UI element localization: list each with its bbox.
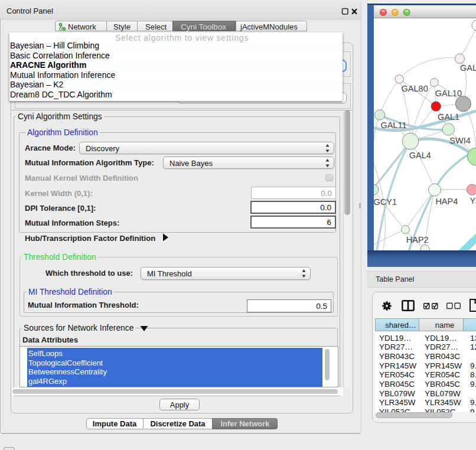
svg-text:GAL11: GAL11 [380,120,406,130]
svg-text:GAL10: GAL10 [435,89,462,98]
svg-text:GAL7: GAL7 [460,63,476,73]
svg-text:GCY1: GCY1 [374,197,397,207]
svg-text:GAL4: GAL4 [409,151,431,160]
svg-text:GAL1: GAL1 [438,112,459,122]
svg-text:YJR: YJR [470,196,476,206]
svg-text:GAL80: GAL80 [402,84,428,93]
svg-text:SWI4: SWI4 [449,136,470,145]
svg-text:HAP4: HAP4 [435,197,458,206]
svg-text:HAP2: HAP2 [406,235,429,244]
